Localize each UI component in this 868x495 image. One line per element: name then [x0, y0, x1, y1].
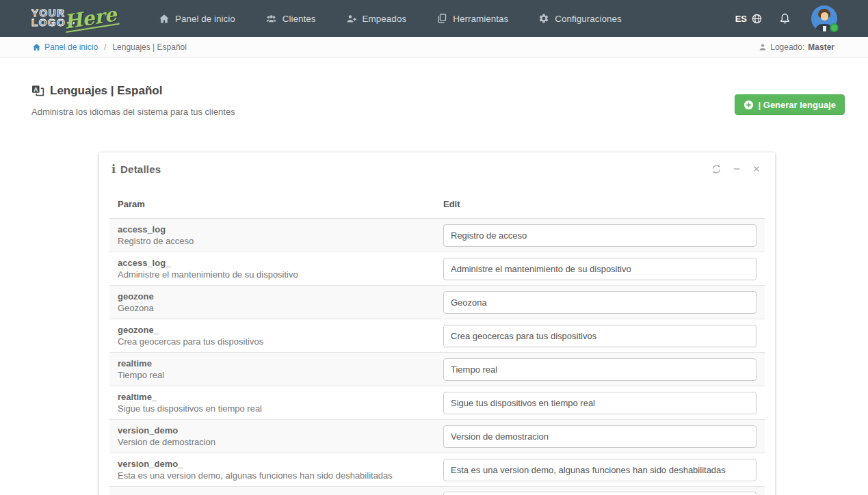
page-header: A Lenguajes | Español Administra los idi… [0, 58, 868, 117]
param-key: geozone_ [118, 324, 427, 336]
params-table: Param Edit access_log Registro de acceso… [109, 185, 765, 495]
language-switcher[interactable]: ES [735, 13, 763, 25]
param-description: Crea geocercas para tus dispositivos [118, 336, 427, 347]
logged-user: Master [808, 42, 834, 52]
param-edit-input[interactable] [443, 291, 757, 314]
home-icon [32, 43, 41, 51]
nav-item-configuraciones[interactable]: Configuraciones [538, 13, 622, 24]
nav-item-label: Panel de inicio [175, 14, 235, 24]
language-icon: A [31, 85, 44, 97]
svg-text:A: A [34, 86, 38, 93]
user-avatar[interactable] [811, 5, 837, 31]
table-row: access_log_ Administre el mantenimiento … [109, 252, 765, 286]
breadcrumb-bar: Panel de inicio / Lenguajes | Español Lo… [0, 37, 868, 58]
globe-icon [751, 13, 763, 25]
table-row: geozone Geozona [109, 286, 765, 319]
nav-item-label: Empeados [363, 14, 407, 24]
table-row: version_demo Version de demostracion [109, 420, 765, 453]
breadcrumb-current: Lenguajes | Español [112, 42, 187, 52]
nav-item-label: Clientes [282, 14, 316, 24]
nav-item-empeados[interactable]: Empeados [346, 14, 407, 24]
param-description: Esta es una version demo, algunas funcio… [118, 470, 427, 481]
table-row: playback [109, 487, 765, 495]
home-icon [159, 14, 170, 24]
nav-item-label: Configuraciones [555, 14, 622, 24]
param-key: version_demo_ [118, 458, 427, 470]
app-logo[interactable]: YOUR LOGO Here [26, 0, 123, 37]
breadcrumb-home-label: Panel de inicio [44, 42, 98, 52]
nav-item-label: Herramientas [453, 14, 508, 24]
info-icon: i [111, 163, 116, 176]
table-row: access_log Registro de acceso [109, 219, 765, 252]
close-icon [752, 164, 761, 174]
close-button[interactable] [752, 164, 761, 174]
details-card-title: Detalles [120, 163, 161, 175]
param-edit-input[interactable] [443, 224, 757, 247]
param-description: Sigue tus dispositivos en tiempo real [118, 403, 427, 414]
language-code: ES [735, 14, 747, 24]
user-icon [759, 43, 767, 51]
table-row: realtime Tiempo real [109, 353, 765, 386]
table-row: geozone_ Crea geocercas para tus disposi… [109, 319, 765, 353]
param-edit-input[interactable] [443, 325, 757, 347]
logo-line2: LOGO [31, 18, 66, 27]
param-edit-input[interactable] [443, 425, 757, 448]
page-title: A Lenguajes | Español [31, 84, 845, 98]
copy-icon [436, 13, 447, 24]
table-row: version_demo_ Esta es una version demo, … [109, 453, 765, 487]
param-description: Geozona [118, 302, 427, 314]
navbar-right: ES [735, 5, 837, 31]
gear-icon [538, 13, 549, 24]
param-edit-input[interactable] [443, 492, 757, 495]
param-edit-input[interactable] [443, 358, 757, 381]
details-card-header: i Detalles [99, 152, 775, 185]
logo-script-text: Here [63, 5, 119, 33]
plus-circle-icon [744, 100, 754, 110]
user-plus-icon [346, 14, 357, 24]
param-key: realtime [118, 358, 427, 369]
generate-language-label: | Generar lenguaje [759, 100, 836, 110]
notifications-button[interactable] [779, 12, 791, 25]
column-header-param: Param [109, 185, 435, 219]
params-table-body: access_log Registro de acceso access_log… [109, 219, 765, 495]
param-description: Tiempo real [118, 369, 427, 381]
details-card: i Detalles [99, 152, 775, 495]
param-key: version_demo [118, 425, 427, 436]
param-key: realtime_ [118, 391, 427, 403]
param-edit-input[interactable] [443, 459, 757, 481]
table-header-row: Param Edit [109, 185, 765, 219]
top-navbar: YOUR LOGO Here Panel de inicio [0, 0, 868, 37]
logged-label: Logeado: [770, 42, 804, 52]
generate-language-button[interactable]: | Generar lenguaje [735, 94, 845, 115]
param-description: Administre el mantenimiento de su dispos… [118, 269, 427, 280]
page-title-text: Lenguajes | Español [50, 84, 162, 98]
page-subtitle: Administra los idiomas del sistema para … [31, 107, 845, 117]
nav-item-panel-de-inicio[interactable]: Panel de inicio [159, 14, 235, 24]
param-edit-input[interactable] [443, 258, 757, 280]
bell-icon [779, 12, 791, 25]
main-nav: Panel de inicio Clientes Empeados [159, 13, 622, 24]
param-edit-input[interactable] [443, 392, 757, 414]
refresh-icon [711, 164, 722, 174]
users-icon [265, 14, 277, 24]
minimize-icon [732, 164, 741, 174]
card-tools [711, 164, 761, 174]
nav-item-herramientas[interactable]: Herramientas [436, 13, 508, 24]
param-key: access_log [118, 224, 427, 235]
param-key: geozone [118, 291, 427, 302]
column-header-edit: Edit [435, 185, 765, 219]
online-status-badge [830, 23, 839, 32]
breadcrumb-home-link[interactable]: Panel de inicio [32, 42, 98, 52]
breadcrumb-separator: / [104, 42, 106, 52]
param-description: Version de demostracion [118, 436, 427, 448]
param-key: access_log_ [118, 257, 427, 269]
table-row: realtime_ Sigue tus dispositivos en tiem… [109, 386, 765, 420]
refresh-button[interactable] [711, 164, 722, 174]
nav-item-clientes[interactable]: Clientes [265, 14, 316, 24]
logged-in-status: Logeado: Master [759, 42, 834, 52]
minimize-button[interactable] [732, 164, 741, 174]
param-description: Registro de acceso [118, 235, 427, 247]
